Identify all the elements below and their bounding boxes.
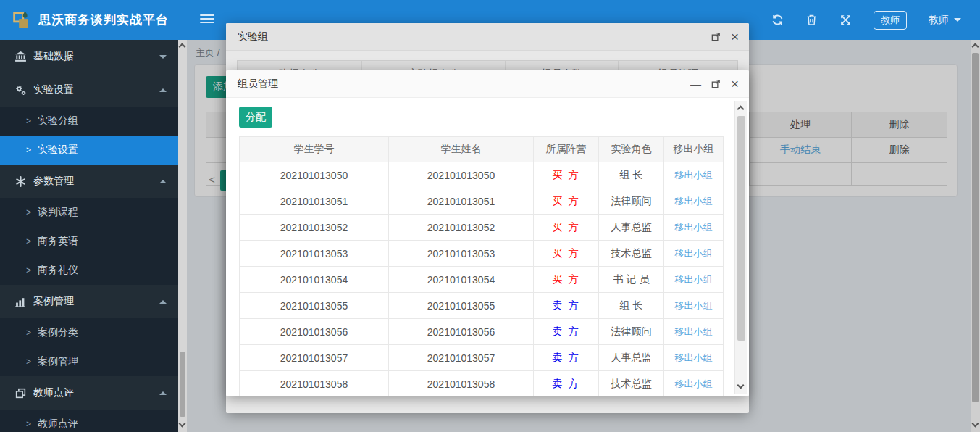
- remove-from-group-link[interactable]: 移出小组: [664, 162, 723, 188]
- app-title: 思沃商务谈判实战平台: [38, 12, 169, 28]
- sidebar-item-case-management-sub[interactable]: >案例管理: [0, 347, 178, 376]
- sidebar-item-experiment-setting[interactable]: >实验设置: [0, 136, 178, 165]
- page-scrollbar-thumb[interactable]: [972, 53, 979, 402]
- table-row: 202101013056202101013056卖 方法律顾问移出小组: [240, 319, 723, 345]
- modal-title: 组员管理: [238, 78, 278, 91]
- column-camp: 所属阵营: [534, 137, 599, 162]
- sidebar-item-label: 案例管理: [38, 355, 78, 368]
- remove-from-group-link[interactable]: 移出小组: [664, 188, 723, 214]
- modal-scrollbar-thumb[interactable]: [737, 116, 745, 341]
- sidebar-item-label: 谈判课程: [38, 206, 78, 219]
- remove-from-group-link[interactable]: 移出小组: [664, 345, 723, 370]
- hamburger-icon[interactable]: [200, 14, 214, 25]
- modal-header: 组员管理 — ×: [226, 70, 749, 98]
- scroll-down-icon[interactable]: [972, 420, 979, 428]
- cell-student-id: 202101013054: [240, 267, 389, 292]
- sidebar-item-business-english[interactable]: >商务英语: [0, 227, 178, 256]
- sidebar-item-experiment-settings[interactable]: 实验设置: [0, 73, 178, 107]
- scroll-up-icon[interactable]: [972, 43, 979, 51]
- page-scrollbar[interactable]: [971, 40, 980, 432]
- scroll-down-icon[interactable]: [179, 420, 186, 428]
- remove-from-group-link[interactable]: 移出小组: [664, 241, 723, 266]
- refresh-icon[interactable]: [771, 14, 784, 26]
- remove-from-group-link[interactable]: 移出小组: [664, 293, 723, 318]
- role-badge[interactable]: 教师: [874, 11, 907, 30]
- cell-camp: 买 方: [534, 241, 599, 266]
- chevron-up-icon: [159, 300, 167, 304]
- chevron-right-icon: >: [26, 145, 31, 155]
- cell-role: 技术总监: [599, 241, 664, 266]
- member-management-modal: 组员管理 — × 分配 学生学号 学生姓名 所属阵营 实验角色 移出小: [226, 70, 749, 396]
- column-remove: 移出小组: [664, 137, 723, 162]
- cell-student-id: 202101013051: [240, 188, 389, 214]
- table-row: 202101013052202101013052买 方人事总监移出小组: [240, 215, 723, 241]
- chevron-right-icon: >: [26, 207, 31, 217]
- table-row: 202101013054202101013054买 方书 记 员移出小组: [240, 267, 723, 293]
- member-table-body: 202101013050202101013050买 方组 长移出小组202101…: [240, 162, 723, 396]
- sidebar-menu: 基础数据实验设置>实验分组>实验设置参数管理>谈判课程>商务英语>商务礼仪案例管…: [0, 40, 178, 432]
- sidebar-item-label: 教师点评: [38, 418, 78, 431]
- column-student-name: 学生姓名: [389, 137, 534, 162]
- minimize-icon[interactable]: —: [690, 31, 701, 42]
- cell-camp: 买 方: [534, 162, 599, 188]
- cell-student-name: 202101013056: [389, 319, 534, 344]
- cell-role: 人事总监: [599, 215, 664, 240]
- table-header-row: 学生学号 学生姓名 所属阵营 实验角色 移出小组: [240, 137, 723, 162]
- topbar-actions: 教师 教师: [771, 0, 961, 40]
- cell-student-name: 202101013058: [389, 371, 534, 396]
- remove-from-group-link[interactable]: 移出小组: [664, 319, 723, 344]
- clone-icon: [14, 387, 27, 399]
- chevron-right-icon: >: [26, 419, 31, 429]
- table-row: 202101013053202101013053买 方技术总监移出小组: [240, 241, 723, 267]
- app-logo-icon: [10, 9, 32, 31]
- remove-from-group-link[interactable]: 移出小组: [664, 267, 723, 292]
- assign-button[interactable]: 分配: [239, 107, 272, 128]
- expand-icon[interactable]: [839, 14, 852, 26]
- member-table: 学生学号 学生姓名 所属阵营 实验角色 移出小组 202101013050202…: [239, 136, 724, 396]
- sidebar-scrollbar[interactable]: [178, 40, 187, 432]
- close-icon[interactable]: ×: [731, 77, 739, 91]
- cell-student-id: 202101013057: [240, 345, 389, 370]
- cell-role: 法律顾问: [599, 319, 664, 344]
- cell-camp: 卖 方: [534, 371, 599, 396]
- minimize-icon[interactable]: —: [690, 78, 701, 89]
- cell-camp: 卖 方: [534, 293, 599, 318]
- sidebar-item-parameter-management[interactable]: 参数管理: [0, 165, 178, 198]
- close-icon[interactable]: ×: [731, 30, 739, 43]
- cell-role: 组 长: [599, 293, 664, 318]
- sidebar-item-teacher-review[interactable]: 教师点评: [0, 376, 178, 410]
- sidebar-item-case-management[interactable]: 案例管理: [0, 285, 178, 318]
- remove-from-group-link[interactable]: 移出小组: [664, 371, 723, 396]
- page: 思沃商务谈判实战平台 教师: [0, 0, 980, 432]
- trash-icon[interactable]: [805, 14, 818, 26]
- table-row: 202101013055202101013055卖 方组 长移出小组: [240, 293, 723, 319]
- cell-role: 法律顾问: [599, 188, 664, 214]
- sidebar-item-teacher-review-sub[interactable]: >教师点评: [0, 410, 178, 432]
- table-row: 202101013057202101013057卖 方人事总监移出小组: [240, 345, 723, 371]
- cell-camp: 买 方: [534, 188, 599, 214]
- sidebar-item-business-etiquette[interactable]: >商务礼仪: [0, 256, 178, 285]
- scroll-up-icon[interactable]: [737, 106, 745, 113]
- modal-scrollbar[interactable]: [734, 101, 747, 394]
- chevron-right-icon: >: [26, 116, 31, 126]
- maximize-icon[interactable]: [711, 31, 721, 42]
- sidebar-item-label: 案例管理: [33, 295, 74, 308]
- sidebar-item-experiment-grouping[interactable]: >实验分组: [0, 107, 178, 136]
- remove-from-group-link[interactable]: 移出小组: [664, 215, 723, 240]
- scroll-up-icon[interactable]: [179, 43, 186, 51]
- sidebar-item-negotiation-course[interactable]: >谈判课程: [0, 198, 178, 227]
- sidebar-item-basic-data[interactable]: 基础数据: [0, 40, 178, 73]
- maximize-icon[interactable]: [711, 78, 721, 89]
- asterisk-icon: [14, 175, 27, 188]
- column-student-id: 学生学号: [240, 137, 389, 162]
- sidebar-scrollbar-thumb[interactable]: [180, 352, 185, 417]
- user-menu[interactable]: 教师: [929, 14, 961, 27]
- cell-student-name: 202101013054: [389, 267, 534, 292]
- sidebar-item-case-category[interactable]: >案例分类: [0, 318, 178, 347]
- column-role: 实验角色: [599, 137, 664, 162]
- scroll-down-icon[interactable]: [737, 382, 745, 389]
- chevron-right-icon: >: [26, 265, 31, 275]
- sidebar-item-label: 实验分组: [38, 115, 78, 128]
- cell-camp: 买 方: [534, 215, 599, 240]
- bar-chart-icon: [14, 296, 27, 308]
